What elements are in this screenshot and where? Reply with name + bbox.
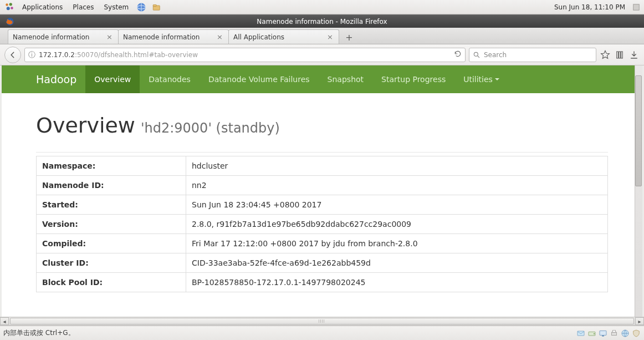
table-row: Cluster ID:CID-33ae3aba-52fe-4fce-a69d-1… xyxy=(37,253,608,273)
hscroll-left-button[interactable]: ◂ xyxy=(0,317,9,325)
table-row: Namenode ID:nn2 xyxy=(37,176,608,195)
svg-point-10 xyxy=(474,52,478,56)
url-bar[interactable]: ⓘ 172.17.0.2:50070/dfshealth.html#tab-ov… xyxy=(24,48,466,62)
bookmark-star-icon[interactable] xyxy=(600,49,611,60)
tray-globe-icon[interactable] xyxy=(621,329,630,338)
window-title: Namenode information - Mozilla Firefox xyxy=(257,18,387,26)
page-heading: Overview 'hd2:9000' (standby) xyxy=(36,113,608,138)
hadoop-page: Hadoop Overview Datanodes Datanode Volum… xyxy=(2,65,642,317)
row-key: Compiled: xyxy=(37,234,186,253)
firefox-icon xyxy=(6,17,14,26)
row-value: Sun Jun 18 23:04:45 +0800 2017 xyxy=(186,195,608,215)
scroll-grip-icon xyxy=(319,319,325,323)
status-bar: 内部单击或按 Ctrl+G。 xyxy=(0,326,644,340)
chevron-down-icon xyxy=(495,78,499,80)
horizontal-scrollbar[interactable]: ◂ ▸ xyxy=(0,317,644,326)
table-row: Compiled:Fri Mar 17 12:12:00 +0800 2017 … xyxy=(37,234,608,253)
overview-table: Namespace:hdcluster Namenode ID:nn2 Star… xyxy=(36,156,608,292)
hscroll-right-button[interactable]: ▸ xyxy=(635,317,644,325)
hadoop-brand[interactable]: Hadoop xyxy=(36,65,85,93)
nav-utilities-label: Utilities xyxy=(463,75,493,84)
status-text: 内部单击或按 Ctrl+G。 xyxy=(3,328,75,338)
clock[interactable]: Sun Jun 18, 11:10 PM xyxy=(550,3,630,11)
tray-print-icon[interactable] xyxy=(610,329,619,338)
svg-rect-17 xyxy=(600,331,606,335)
row-value: CID-33ae3aba-52fe-4fce-a69d-1e262abb459d xyxy=(186,253,608,273)
table-row: Namespace:hdcluster xyxy=(37,156,608,176)
browser-tab-0[interactable]: Namenode information × xyxy=(8,29,119,44)
tray-shield-icon[interactable] xyxy=(632,329,641,338)
vertical-scroll-thumb[interactable] xyxy=(635,75,642,186)
hadoop-navbar: Hadoop Overview Datanodes Datanode Volum… xyxy=(2,65,642,93)
nav-volume-failures[interactable]: Datanode Volume Failures xyxy=(200,65,319,93)
search-icon xyxy=(473,51,481,59)
site-info-icon[interactable]: ⓘ xyxy=(28,50,35,60)
search-bar[interactable]: Search xyxy=(469,48,596,62)
desktop-top-panel: Applications Places System Sun Jun 18, 1… xyxy=(0,0,644,14)
browser-tab-1[interactable]: Namenode information × xyxy=(118,29,229,44)
divider xyxy=(36,152,608,153)
row-key: Block Pool ID: xyxy=(37,273,186,292)
search-placeholder: Search xyxy=(484,51,507,59)
gnome-logo-icon xyxy=(4,2,14,12)
row-value: BP-1028578850-172.17.0.1-1497798020245 xyxy=(186,273,608,292)
tray-display-icon[interactable] xyxy=(599,329,607,338)
svg-rect-12 xyxy=(619,52,621,58)
svg-point-3 xyxy=(11,7,13,9)
library-icon[interactable] xyxy=(614,49,625,60)
url-host: 172.17.0.2 xyxy=(39,51,75,59)
gnome-menu-system[interactable]: System xyxy=(99,3,133,11)
row-value: 2.8.0, r91f2b7a13d1e97be65db92ddabc627cc… xyxy=(186,215,608,234)
downloads-icon[interactable] xyxy=(628,49,640,60)
svg-rect-14 xyxy=(577,331,584,336)
svg-rect-18 xyxy=(602,336,604,336)
nav-overview[interactable]: Overview xyxy=(85,65,140,93)
close-tab-icon[interactable]: × xyxy=(326,33,334,41)
row-key: Version: xyxy=(37,215,186,234)
close-tab-icon[interactable]: × xyxy=(105,33,114,41)
web-browser-launcher-icon[interactable] xyxy=(136,2,146,12)
hscroll-thumb[interactable] xyxy=(10,318,634,324)
row-value: nn2 xyxy=(186,176,608,195)
svg-rect-19 xyxy=(611,332,616,335)
nav-utilities[interactable]: Utilities xyxy=(454,65,508,93)
close-tab-icon[interactable]: × xyxy=(216,33,224,41)
row-key: Started: xyxy=(37,195,186,215)
svg-point-2 xyxy=(7,7,10,10)
svg-rect-11 xyxy=(617,52,619,58)
tab-label: Namenode information xyxy=(13,33,89,41)
row-key: Cluster ID: xyxy=(37,253,186,273)
table-row: Block Pool ID:BP-1028578850-172.17.0.1-1… xyxy=(37,273,608,292)
gnome-menu-places[interactable]: Places xyxy=(68,3,98,11)
tray-icon[interactable] xyxy=(632,3,640,11)
new-tab-button[interactable]: + xyxy=(341,31,357,44)
gnome-menu-applications[interactable]: Applications xyxy=(18,3,67,11)
file-manager-launcher-icon[interactable] xyxy=(152,2,162,12)
browser-tab-2[interactable]: All Applications × xyxy=(228,29,339,44)
vertical-scrollbar[interactable] xyxy=(635,65,642,317)
tab-label: All Applications xyxy=(233,33,284,41)
hadoop-content: Overview 'hd2:9000' (standby) Namespace:… xyxy=(2,93,642,292)
status-tray xyxy=(576,329,641,338)
tab-label: Namenode information xyxy=(123,33,200,41)
firefox-titlebar: Namenode information - Mozilla Firefox xyxy=(0,14,644,28)
svg-point-0 xyxy=(6,3,8,6)
nav-datanodes[interactable]: Datanodes xyxy=(140,65,200,93)
nav-startup-progress[interactable]: Startup Progress xyxy=(372,65,454,93)
row-key: Namespace: xyxy=(37,156,186,176)
svg-rect-20 xyxy=(612,330,615,332)
nav-snapshot[interactable]: Snapshot xyxy=(319,65,372,93)
url-path: :50070/dfshealth.html#tab-overview xyxy=(75,51,198,59)
back-button[interactable] xyxy=(4,47,21,63)
firefox-tabstrip: Namenode information × Namenode informat… xyxy=(0,28,644,44)
tray-drive-icon[interactable] xyxy=(587,329,596,338)
heading-sub: 'hd2:9000' (standby) xyxy=(141,120,280,136)
svg-rect-8 xyxy=(633,4,640,10)
row-value: Fri Mar 17 12:12:00 +0800 2017 by jdu fr… xyxy=(186,234,608,253)
table-row: Version:2.8.0, r91f2b7a13d1e97be65db92dd… xyxy=(37,215,608,234)
firefox-toolbar: ⓘ 172.17.0.2:50070/dfshealth.html#tab-ov… xyxy=(0,44,644,65)
row-key: Namenode ID: xyxy=(37,176,186,195)
reload-icon[interactable] xyxy=(454,50,462,59)
table-row: Started:Sun Jun 18 23:04:45 +0800 2017 xyxy=(37,195,608,215)
tray-mail-icon[interactable] xyxy=(576,329,585,338)
